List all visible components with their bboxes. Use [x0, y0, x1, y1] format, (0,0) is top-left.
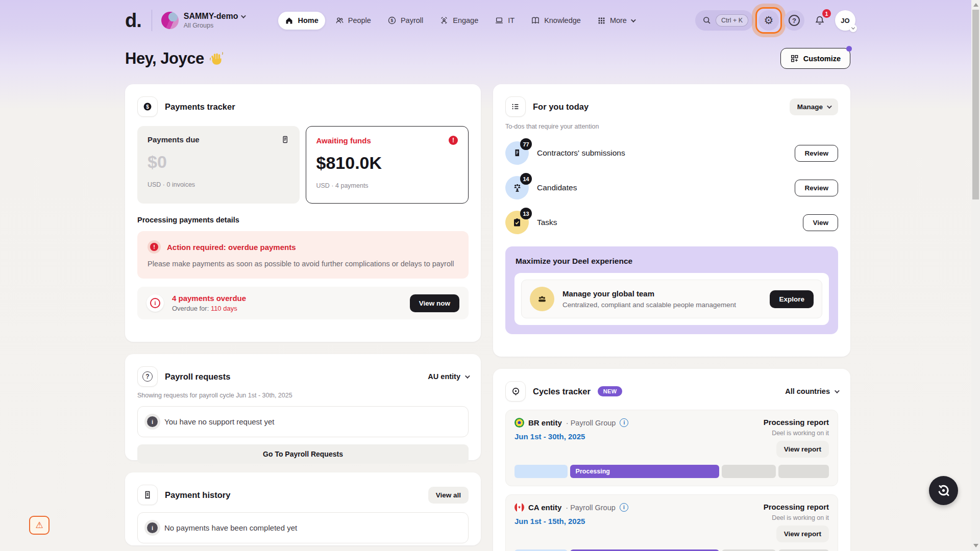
- cycle-dates-link[interactable]: Jun 1st - 15th, 2025: [514, 517, 628, 525]
- awaiting-funds-tile[interactable]: Awaiting funds ! $810.0K USD · 4 payment…: [306, 126, 469, 204]
- scrollbar-up-arrow[interactable]: [973, 3, 978, 7]
- tile-label: Payments due: [148, 135, 200, 144]
- for-you-today-icon: [505, 96, 526, 117]
- customize-icon: [790, 54, 799, 63]
- card-title: Payment history: [165, 490, 230, 500]
- payment-history-icon: [137, 485, 158, 505]
- no-support-request-box: i You have no support request yet: [137, 406, 469, 437]
- nav-item-payroll[interactable]: $ Payroll: [381, 11, 430, 30]
- chevron-down-icon: [835, 388, 840, 393]
- count-badge: 14: [520, 173, 532, 185]
- avatar-chevron: [849, 24, 857, 32]
- nav-item-more[interactable]: More: [591, 12, 641, 30]
- cycle-status-subtitle: Deel is working on it: [764, 430, 829, 437]
- greeting-text: Hey, Joyce: [125, 49, 204, 68]
- cycle-status-title: Processing report: [764, 418, 829, 427]
- contractors-submissions-icon: 77: [505, 141, 529, 165]
- scrollbar-thumb[interactable]: [972, 10, 979, 199]
- ai-search-icon: [936, 483, 951, 498]
- user-avatar[interactable]: JO: [835, 10, 855, 31]
- people-icon: [335, 16, 344, 25]
- cycle-progress-bar: Processing: [514, 465, 829, 478]
- notifications-button[interactable]: 1: [810, 10, 830, 31]
- payroll-group-label: · Payroll Group: [566, 504, 616, 512]
- payments-due-tile[interactable]: Payments due $0 USD · 0 invoices: [137, 126, 300, 204]
- customize-notification-dot: [846, 46, 852, 52]
- nav-label: Engage: [453, 16, 478, 24]
- country-filter-value: All countries: [785, 387, 830, 395]
- info-icon: i: [147, 522, 158, 533]
- no-payments-box: i No payments have been completed yet: [137, 512, 469, 543]
- customize-button[interactable]: Customize: [780, 48, 850, 69]
- chevron-down-icon: [631, 17, 636, 22]
- cycle-dates-link[interactable]: Jun 1st - 30th, 2025: [514, 432, 628, 441]
- search-icon: [702, 16, 712, 25]
- cycle-status-subtitle: Deel is working on it: [764, 514, 829, 521]
- left-column: $ Payments tracker Payments due $0 USD ·…: [125, 84, 481, 551]
- nav-item-people[interactable]: People: [328, 11, 378, 30]
- entity-selector[interactable]: AU entity: [428, 372, 469, 381]
- cycles-icon: [511, 387, 521, 396]
- alert-title: Action required: overdue payments: [167, 243, 296, 252]
- empty-state-text: No payments have been completed yet: [164, 523, 297, 532]
- review-contractors-button[interactable]: Review: [795, 145, 838, 162]
- view-report-button[interactable]: View report: [776, 525, 829, 542]
- review-candidates-button[interactable]: Review: [795, 180, 838, 196]
- view-tasks-button[interactable]: View: [803, 214, 838, 231]
- info-icon: i: [147, 416, 158, 427]
- nav-item-knowledge[interactable]: Knowledge: [524, 11, 587, 30]
- chevron-down-icon: [465, 373, 470, 379]
- overdue-payments-row: i 4 payments overdue Overdue for: 110 da…: [137, 287, 469, 319]
- nav-item-engage[interactable]: Engage: [433, 11, 485, 30]
- nav-item-home[interactable]: Home: [278, 12, 325, 30]
- progress-segment-done: [514, 465, 568, 478]
- card-title: Payments tracker: [165, 102, 235, 112]
- team-icon: [530, 287, 554, 311]
- nav-item-it[interactable]: IT: [488, 11, 521, 30]
- new-badge: NEW: [598, 386, 623, 396]
- payment-history-card: Payment history View all i No payments h…: [125, 472, 481, 545]
- nav-label: Home: [298, 16, 318, 24]
- deel-logo: d.: [125, 11, 141, 30]
- help-button[interactable]: ?: [784, 10, 804, 31]
- empty-state-text: You have no support request yet: [164, 417, 274, 426]
- alert-body: Please make payments as soon as possible…: [148, 259, 458, 269]
- go-to-payroll-requests-button[interactable]: Go To Payroll Requests: [137, 444, 469, 464]
- vertical-scrollbar: [971, 0, 980, 551]
- view-now-button[interactable]: View now: [410, 294, 459, 312]
- card-title: For you today: [533, 102, 589, 112]
- gear-icon: ⚙: [764, 15, 774, 26]
- info-icon[interactable]: i: [620, 503, 628, 512]
- view-all-button[interactable]: View all: [428, 487, 469, 504]
- overdue-duration: 110 days: [211, 305, 237, 312]
- top-navigation-bar: d. SAMMY-demo All Groups Home People $ P…: [125, 0, 855, 41]
- scrollbar-down-arrow[interactable]: [973, 544, 978, 547]
- chevron-down-icon: [241, 13, 246, 18]
- ai-assistant-button[interactable]: [929, 476, 958, 505]
- view-report-button[interactable]: View report: [776, 441, 829, 458]
- page-title: Hey, Joyce: [125, 49, 224, 68]
- receipt-icon: [143, 490, 152, 499]
- explore-button[interactable]: Explore: [770, 290, 814, 308]
- global-team-row: Manage your global team Centralized, com…: [521, 280, 822, 318]
- nav-label: Payroll: [401, 16, 423, 24]
- warning-float-button[interactable]: ⚠: [29, 516, 50, 535]
- overdue-title: 4 payments overdue: [172, 294, 246, 303]
- progress-segment-processing: Processing: [570, 465, 719, 478]
- payroll-icon: $: [387, 16, 397, 25]
- manage-button[interactable]: Manage: [790, 98, 838, 115]
- org-name: SAMMY-demo: [184, 12, 238, 21]
- org-switcher[interactable]: SAMMY-demo All Groups: [161, 12, 245, 29]
- search-input[interactable]: Ctrl + K: [695, 10, 753, 31]
- banner-title: Maximize your Deel experience: [516, 257, 829, 266]
- info-icon[interactable]: i: [620, 418, 628, 427]
- todo-row-contractors: 77 Contractors' submissions Review: [505, 141, 838, 165]
- settings-button[interactable]: ⚙: [758, 10, 779, 31]
- todo-row-tasks: 13 Tasks View: [505, 211, 838, 234]
- brazil-flag-icon: [514, 418, 524, 428]
- payroll-requests-card: ? Payroll requests AU entity Showing req…: [125, 354, 481, 460]
- country-filter[interactable]: All countries: [785, 387, 838, 395]
- avatar-initials: JO: [841, 17, 849, 24]
- progress-segment-pending: [778, 465, 829, 478]
- tasks-icon: 13: [505, 211, 529, 234]
